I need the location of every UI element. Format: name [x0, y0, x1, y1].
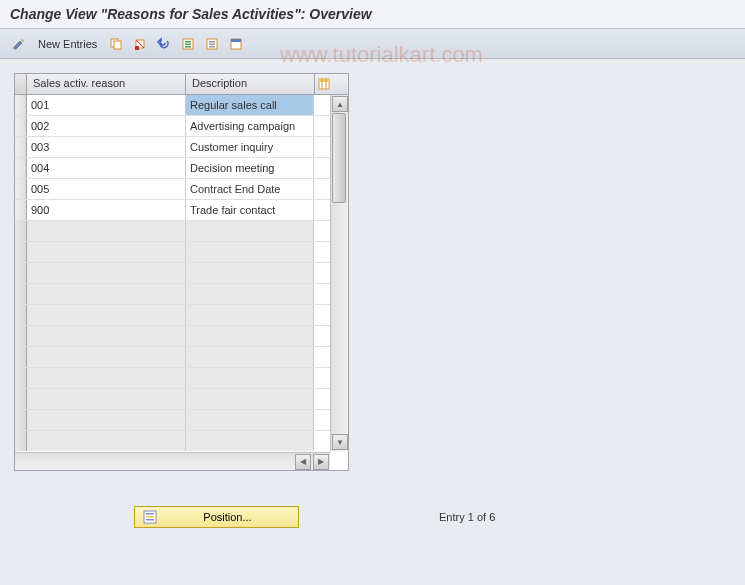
- position-button[interactable]: Position...: [134, 506, 299, 528]
- desc-input[interactable]: [186, 326, 313, 346]
- config-icon: [229, 37, 243, 51]
- copy-icon: [109, 37, 123, 51]
- deselect-all-button[interactable]: [201, 34, 223, 54]
- code-input[interactable]: [27, 284, 185, 304]
- code-input[interactable]: [27, 200, 185, 220]
- row-selector[interactable]: [15, 200, 27, 220]
- row-selector[interactable]: [15, 284, 27, 304]
- config-button[interactable]: [225, 34, 247, 54]
- desc-input[interactable]: [186, 410, 313, 430]
- table-settings-button[interactable]: [314, 74, 332, 94]
- table-row: [15, 116, 330, 137]
- desc-input[interactable]: [186, 242, 313, 262]
- row-selector[interactable]: [15, 221, 27, 241]
- page-title: Change View "Reasons for Sales Activitie…: [10, 6, 735, 22]
- code-input[interactable]: [27, 221, 185, 241]
- row-selector[interactable]: [15, 95, 27, 115]
- code-input[interactable]: [27, 242, 185, 262]
- svg-rect-4: [135, 46, 139, 50]
- row-selector[interactable]: [15, 263, 27, 283]
- delete-button[interactable]: [129, 34, 151, 54]
- row-selector[interactable]: [15, 431, 27, 451]
- toggle-button[interactable]: [8, 34, 30, 54]
- cell-desc: [186, 431, 314, 451]
- row-selector[interactable]: [15, 158, 27, 178]
- cell-desc: [186, 242, 314, 262]
- desc-input[interactable]: [186, 305, 313, 325]
- desc-input[interactable]: [186, 116, 313, 136]
- row-selector[interactable]: [15, 410, 27, 430]
- code-input[interactable]: [27, 347, 185, 367]
- code-input[interactable]: [27, 95, 185, 115]
- vertical-scrollbar[interactable]: ▲ ▼: [330, 95, 348, 451]
- row-selector[interactable]: [15, 326, 27, 346]
- code-input[interactable]: [27, 389, 185, 409]
- cell-desc: [186, 221, 314, 241]
- table-row: [15, 179, 330, 200]
- desc-input[interactable]: [186, 263, 313, 283]
- desc-input[interactable]: [186, 221, 313, 241]
- desc-input[interactable]: [186, 284, 313, 304]
- svg-rect-11: [209, 43, 215, 45]
- code-input[interactable]: [27, 263, 185, 283]
- undo-button[interactable]: [153, 34, 175, 54]
- svg-rect-20: [146, 513, 154, 515]
- cell-desc: [186, 95, 314, 115]
- row-selector[interactable]: [15, 389, 27, 409]
- svg-rect-12: [209, 46, 215, 48]
- cell-code: [27, 116, 186, 136]
- new-entries-button[interactable]: New Entries: [32, 38, 103, 50]
- toolbar: New Entries: [0, 29, 745, 59]
- svg-rect-16: [319, 79, 329, 82]
- table-row: [15, 347, 330, 368]
- pencil-icon: [12, 37, 26, 51]
- column-header-code[interactable]: Sales activ. reason: [27, 74, 186, 94]
- desc-input[interactable]: [186, 179, 313, 199]
- cell-desc: [186, 368, 314, 388]
- scroll-right-button[interactable]: ▶: [313, 454, 329, 470]
- deselect-all-icon: [205, 37, 219, 51]
- footer: Position... Entry 1 of 6: [14, 506, 731, 528]
- row-selector[interactable]: [15, 242, 27, 262]
- desc-input[interactable]: [186, 347, 313, 367]
- row-selector[interactable]: [15, 347, 27, 367]
- code-input[interactable]: [27, 116, 185, 136]
- cell-code: [27, 158, 186, 178]
- scroll-up-button[interactable]: ▲: [332, 96, 348, 112]
- code-input[interactable]: [27, 368, 185, 388]
- scroll-down-button[interactable]: ▼: [332, 434, 348, 450]
- code-input[interactable]: [27, 305, 185, 325]
- table-row: [15, 410, 330, 431]
- desc-input[interactable]: [186, 368, 313, 388]
- column-header-desc[interactable]: Description: [186, 74, 314, 94]
- code-input[interactable]: [27, 179, 185, 199]
- undo-icon: [157, 37, 171, 51]
- row-selector[interactable]: [15, 116, 27, 136]
- copy-button[interactable]: [105, 34, 127, 54]
- svg-rect-14: [231, 39, 241, 42]
- desc-input[interactable]: [186, 431, 313, 451]
- code-input[interactable]: [27, 326, 185, 346]
- select-column-header[interactable]: [15, 74, 27, 94]
- desc-input[interactable]: [186, 200, 313, 220]
- scroll-thumb[interactable]: [332, 113, 346, 203]
- scroll-left-button[interactable]: ◀: [295, 454, 311, 470]
- code-input[interactable]: [27, 431, 185, 451]
- table-row: [15, 137, 330, 158]
- desc-input[interactable]: [186, 95, 313, 115]
- select-all-button[interactable]: [177, 34, 199, 54]
- cell-code: [27, 389, 186, 409]
- row-selector[interactable]: [15, 137, 27, 157]
- svg-rect-1: [114, 41, 121, 49]
- desc-input[interactable]: [186, 158, 313, 178]
- code-input[interactable]: [27, 410, 185, 430]
- desc-input[interactable]: [186, 389, 313, 409]
- row-selector[interactable]: [15, 368, 27, 388]
- horizontal-scrollbar[interactable]: ◀ ▶: [15, 452, 330, 470]
- cell-code: [27, 221, 186, 241]
- desc-input[interactable]: [186, 137, 313, 157]
- code-input[interactable]: [27, 137, 185, 157]
- code-input[interactable]: [27, 158, 185, 178]
- row-selector[interactable]: [15, 305, 27, 325]
- row-selector[interactable]: [15, 179, 27, 199]
